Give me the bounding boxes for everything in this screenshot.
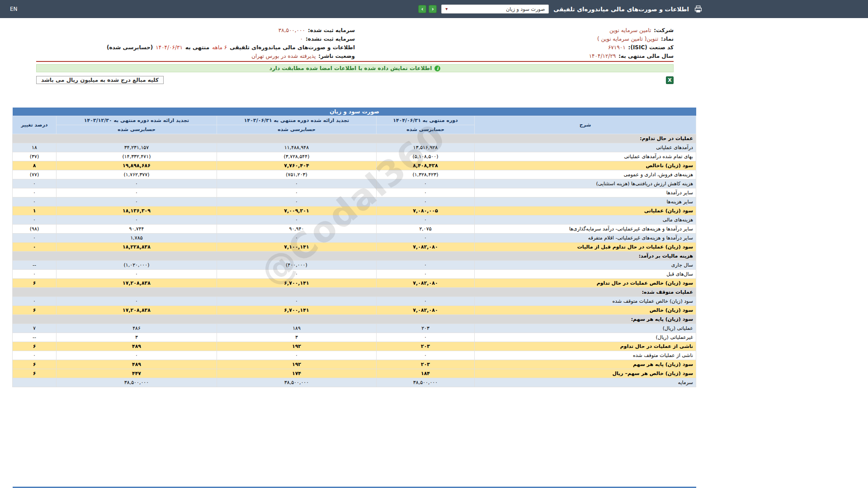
cell-period3: ۳۸,۵۰۰,۰۰۰ xyxy=(57,378,217,387)
cell-period1: ۰ xyxy=(377,351,475,360)
isic-value: ۶۷۱۹۰۱ xyxy=(608,44,626,51)
cell-period3: ۰ xyxy=(57,297,217,306)
cell-period1: ۳۸,۵۰۰,۰۰۰ xyxy=(377,378,475,387)
cell-period3: ۴۸۶ xyxy=(57,324,217,333)
table-row: سود (زیان) خالص۷,۰۸۲,۰۸۰۶,۷۰۰,۱۴۱۱۷,۲۰۸,… xyxy=(13,306,696,315)
company-info-panel: شرکت: تامین سرمایه نوین سرمایه ثبت شده: … xyxy=(36,26,674,62)
cell-period1: (۵,۱۰۸,۵۰۰) xyxy=(377,152,475,161)
info-icon: i xyxy=(434,66,440,71)
cell-change: ۰ xyxy=(13,243,57,252)
cell-change: ۰ xyxy=(13,188,57,197)
unregistered-capital-label: سرمایه ثبت نشده: xyxy=(306,36,355,42)
row-label: سایر درآمدها و هزینه‌های غیرعملیاتی- اقل… xyxy=(475,234,696,243)
cell-period1: ۷,۰۸۰,۰۰۵ xyxy=(377,206,475,216)
cell-change: ۰ xyxy=(13,216,57,225)
table-row: سود (زیان) عملیات در حال تداوم قبل از ما… xyxy=(13,243,696,252)
row-label: سود (زیان) عملیاتی xyxy=(475,206,696,216)
table-row: سود (زیان) خالص هر سهم– ریال۱۸۴۱۷۴۴۴۷۶ xyxy=(13,369,696,378)
symbol-field: نماد: تنوین( تامین سرمایه نوین ) xyxy=(355,36,674,42)
section-label: عملیات در حال تداوم: xyxy=(13,134,696,143)
cell-period3: ۴۸۹ xyxy=(57,342,217,351)
cell-period2: ۰ xyxy=(217,216,377,225)
cell-period3: ۱۷,۲۰۸,۸۳۸ xyxy=(57,279,217,288)
cell-period3: ۰ xyxy=(57,197,217,206)
units-note: کلیه مبالغ درج شده به میلیون ریال می باش… xyxy=(36,76,164,84)
table-row: عملیاتی (ریال)۲۰۳۱۸۹۴۸۶۷ xyxy=(13,324,696,333)
page-content: شرکت: تامین سرمایه نوین سرمایه ثبت شده: … xyxy=(0,26,708,488)
registered-capital-field: سرمایه ثبت شده: ۳۸,۵۰۰,۰۰۰ xyxy=(36,27,355,33)
cell-change: (۹۸) xyxy=(13,225,57,234)
row-label: سایر درآمدها و هزینه‌های غیرعملیاتی- درآ… xyxy=(475,225,696,234)
statement-body: عملیات در حال تداوم:درآمدهای عملیاتی۱۳,۵… xyxy=(13,134,696,387)
table-row: سال جاری۰(۴۰۰,۰۰۰)(۱,۰۲۰,۰۰۰)-- xyxy=(13,261,696,270)
col-subheader-audited2: حسابرسی شده xyxy=(217,125,377,134)
cell-period3: (۱,۰۲۰,۰۰۰) xyxy=(57,261,217,270)
cell-period2: ۳۸,۵۰۰,۰۰۰ xyxy=(217,378,377,387)
cell-period3: ۰ xyxy=(57,351,217,360)
cell-period1: ۰ xyxy=(377,270,475,279)
cell-period1: ۲۰۳ xyxy=(377,342,475,351)
cell-period3: ۴۸۹ xyxy=(57,360,217,369)
next-statement-button[interactable]: › xyxy=(429,5,437,13)
row-label: سرمایه xyxy=(475,378,696,387)
cell-change: -- xyxy=(13,333,57,342)
cell-change: -- xyxy=(13,261,57,270)
cell-period2: ۶,۷۰۰,۱۴۱ xyxy=(217,279,377,288)
report-suffix: (حسابرسی شده) xyxy=(107,44,153,51)
cell-period1: ۰ xyxy=(377,261,475,270)
fiscal-year-field: سال مالی منتهی به: ۱۴۰۴/۱۲/۲۹ xyxy=(355,53,674,59)
table-row: سایر درآمدها و هزینه‌های غیرعملیاتی- درآ… xyxy=(13,225,696,234)
table-row: هزینه‌های مالی۰۰۰۰ xyxy=(13,216,696,225)
info-row: سال مالی منتهی به: ۱۴۰۴/۱۲/۲۹ وضعیت ناشر… xyxy=(36,52,674,60)
prev-statement-button[interactable]: ‹ xyxy=(418,5,426,13)
table-row: سود (زیان) خالص عملیات در حال تداوم۷,۰۸۲… xyxy=(13,279,696,288)
issuer-status-field: وضعیت ناشر: پذیرفته شده در بورس تهران xyxy=(36,53,355,59)
english-language-link[interactable]: EN xyxy=(10,6,18,12)
cell-period2: ۱۸۹ xyxy=(217,324,377,333)
cell-period1: ۰ xyxy=(377,216,475,225)
cell-change: (۷۷) xyxy=(13,170,57,179)
row-label: سال‌های قبل xyxy=(475,270,696,279)
company-value: تامین سرمایه نوین xyxy=(609,27,651,33)
cell-period1: ۰ xyxy=(377,333,475,342)
top-bar-content: اطلاعات و صورت‌های مالی میاندوره‌ای تلفی… xyxy=(0,0,708,18)
excel-export-icon[interactable]: X xyxy=(666,76,674,84)
top-navigation-bar: اطلاعات و صورت‌های مالی میاندوره‌ای تلفی… xyxy=(0,0,868,18)
table-row: سایر درآمدها۰۰۰۰ xyxy=(13,188,696,197)
unregistered-capital-value: ۰ xyxy=(300,36,303,42)
cell-period2: ۰ xyxy=(217,297,377,306)
cell-period2: ۰ xyxy=(217,270,377,279)
cell-period3: ۳۴,۲۳۱,۱۵۷ xyxy=(57,143,217,152)
cell-period2: (۴۰۰,۰۰۰) xyxy=(217,261,377,270)
print-icon[interactable] xyxy=(693,5,703,14)
issuer-status-label: وضعیت ناشر: xyxy=(318,53,355,59)
table-row: سود (زیان) پایه هر سهم۲۰۳۱۹۲۴۸۹۶ xyxy=(13,360,696,369)
cell-period2: ۶,۷۰۰,۱۴۱ xyxy=(217,306,377,315)
cell-change: (۳۷) xyxy=(13,152,57,161)
row-label: سایر درآمدها xyxy=(475,188,696,197)
col-subheader-audited1: حسابرسی شده xyxy=(377,125,475,134)
table-row: هزینه‌های فروش، اداری و عمومی(۱,۳۲۸,۴۲۳)… xyxy=(13,170,696,179)
cell-change: ۷ xyxy=(13,324,57,333)
cell-period2: ۷,۷۶۰,۴۰۴ xyxy=(217,161,377,170)
symbol-value: تنوین( تامین سرمایه نوین ) xyxy=(597,36,658,42)
income-statement-table: شرح دوره منتهی به ۱۴۰۴/۰۶/۳۱ تجدید ارائه… xyxy=(12,116,696,387)
cell-period2: ۷,۱۰۰,۱۴۱ xyxy=(217,243,377,252)
cell-period2: ۷,۰۰۹,۲۰۱ xyxy=(217,206,377,216)
cell-period3: ۹۰,۷۴۴ xyxy=(57,225,217,234)
table-row: سرمایه۳۸,۵۰۰,۰۰۰۳۸,۵۰۰,۰۰۰۳۸,۵۰۰,۰۰۰ xyxy=(13,378,696,387)
statement-select[interactable]: صورت سود و زیان ▾ xyxy=(441,5,549,14)
row-label: سایر هزینه‌ها xyxy=(475,197,696,206)
cell-period3: (۱۴,۳۳۲,۴۷۱) xyxy=(57,152,217,161)
table-row: هزینه کاهش ارزش دریافتنی‌ها (هزینه استثن… xyxy=(13,179,696,188)
report-date: ۱۴۰۴/۰۶/۳۱ xyxy=(156,44,183,51)
col-header-description: شرح xyxy=(475,116,696,134)
company-field: شرکت: تامین سرمایه نوین xyxy=(355,27,674,33)
section-row: عملیات در حال تداوم: xyxy=(13,134,696,143)
registered-capital-value: ۳۸,۵۰۰,۰۰۰ xyxy=(278,27,305,33)
cell-change: ۰ xyxy=(13,234,57,243)
report-title-label: اطلاعات و صورت‌های مالی میاندوره‌ای تلفی… xyxy=(230,44,355,51)
cell-period3: ۱۸,۱۳۶,۳۰۹ xyxy=(57,206,217,216)
cell-change: ۱۸ xyxy=(13,143,57,152)
cell-period2: ۰ xyxy=(217,234,377,243)
